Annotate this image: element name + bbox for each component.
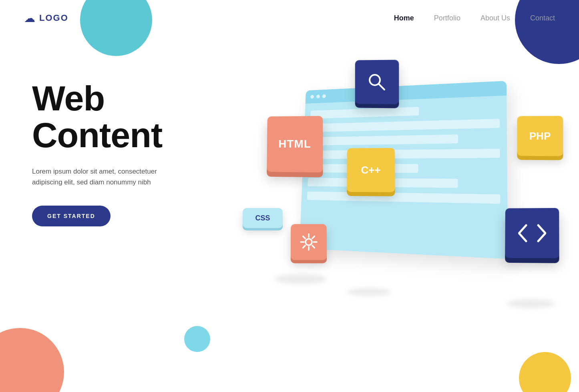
- hero-description: Lorem ipsum dolor sit amet, consectetuer…: [32, 166, 184, 188]
- browser-dot-2: [316, 94, 320, 98]
- card-gear: [291, 224, 327, 260]
- browser-dot-1: [310, 95, 314, 99]
- logo-text: LOGO: [39, 13, 68, 23]
- nav-item-about[interactable]: About Us: [480, 14, 510, 22]
- browser-dot-3: [322, 94, 326, 98]
- decorative-circle-light-blue: [184, 326, 210, 352]
- decorative-circle-salmon: [0, 328, 64, 392]
- illustration: HTML CSS C++ PHP: [255, 52, 567, 332]
- nav: Home Portfolio About Us Contact: [394, 14, 555, 22]
- shadow: [347, 288, 391, 296]
- card-code: [505, 208, 559, 258]
- card-css: CSS: [243, 208, 283, 228]
- browser-line: [307, 192, 501, 204]
- browser-line: [310, 107, 419, 119]
- browser-content: [301, 96, 507, 213]
- logo: ☁ LOGO: [24, 12, 68, 25]
- nav-item-home[interactable]: Home: [394, 14, 414, 22]
- card-cpp: C++: [347, 148, 395, 192]
- nav-item-contact[interactable]: Contact: [530, 14, 555, 22]
- browser-window: [300, 81, 508, 259]
- shadow: [507, 299, 555, 308]
- card-search: [355, 60, 399, 104]
- svg-point-2: [306, 239, 312, 245]
- card-php: PHP: [517, 116, 563, 156]
- nav-item-portfolio[interactable]: Portfolio: [434, 14, 460, 22]
- browser-line: [309, 149, 500, 159]
- hero-section: Web Content Lorem ipsum dolor sit amet, …: [32, 80, 184, 226]
- decorative-circle-yellow: [519, 352, 571, 392]
- hero-title: Web Content: [32, 80, 184, 154]
- shadow: [275, 274, 327, 284]
- header: ☁ LOGO Home Portfolio About Us Contact: [0, 0, 579, 36]
- get-started-button[interactable]: GET STARTED: [32, 206, 111, 226]
- svg-line-1: [379, 84, 384, 90]
- browser-line: [310, 119, 500, 132]
- card-html: HTML: [267, 116, 323, 172]
- logo-icon: ☁: [24, 12, 35, 25]
- browser-line: [309, 134, 458, 146]
